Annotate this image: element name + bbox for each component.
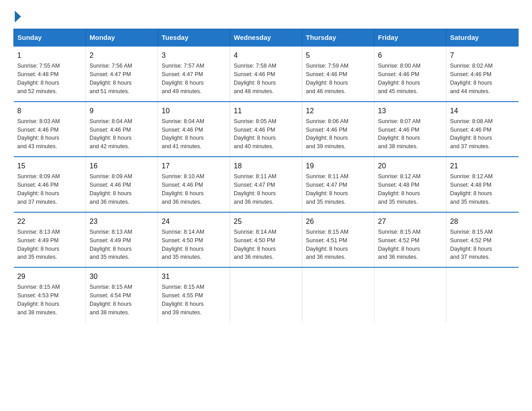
- day-number: 23: [90, 216, 154, 227]
- day-info: Sunrise: 8:04 AMSunset: 4:46 PMDaylight:…: [162, 118, 204, 150]
- day-info: Sunrise: 8:04 AMSunset: 4:46 PMDaylight:…: [90, 118, 132, 150]
- weekday-header-row: SundayMondayTuesdayWednesdayThursdayFrid…: [14, 29, 519, 47]
- calendar-week-row: 8 Sunrise: 8:03 AMSunset: 4:46 PMDayligh…: [14, 102, 519, 157]
- day-number: 25: [234, 216, 298, 227]
- calendar-day-cell: 25 Sunrise: 8:14 AMSunset: 4:50 PMDaylig…: [230, 212, 302, 268]
- day-info: Sunrise: 8:13 AMSunset: 4:49 PMDaylight:…: [90, 229, 132, 261]
- day-number: 18: [234, 161, 298, 171]
- empty-cell: [302, 267, 374, 322]
- day-info: Sunrise: 8:14 AMSunset: 4:50 PMDaylight:…: [234, 229, 276, 261]
- calendar-day-cell: 6 Sunrise: 8:00 AMSunset: 4:46 PMDayligh…: [374, 46, 446, 102]
- calendar-day-cell: 17 Sunrise: 8:10 AMSunset: 4:46 PMDaylig…: [158, 157, 230, 212]
- empty-cell: [230, 267, 302, 322]
- calendar-day-cell: 11 Sunrise: 8:05 AMSunset: 4:46 PMDaylig…: [230, 102, 302, 157]
- calendar-day-cell: 15 Sunrise: 8:09 AMSunset: 4:46 PMDaylig…: [14, 157, 86, 212]
- calendar-day-cell: 5 Sunrise: 7:59 AMSunset: 4:46 PMDayligh…: [302, 46, 374, 102]
- day-info: Sunrise: 8:11 AMSunset: 4:47 PMDaylight:…: [306, 173, 348, 205]
- weekday-header-saturday: Saturday: [446, 29, 519, 47]
- calendar-day-cell: 26 Sunrise: 8:15 AMSunset: 4:51 PMDaylig…: [302, 212, 374, 268]
- calendar-day-cell: 8 Sunrise: 8:03 AMSunset: 4:46 PMDayligh…: [14, 102, 86, 157]
- calendar-day-cell: 20 Sunrise: 8:12 AMSunset: 4:48 PMDaylig…: [374, 157, 446, 212]
- day-info: Sunrise: 8:12 AMSunset: 4:48 PMDaylight:…: [450, 173, 493, 205]
- day-number: 27: [378, 216, 442, 227]
- day-info: Sunrise: 8:03 AMSunset: 4:46 PMDaylight:…: [17, 118, 60, 150]
- day-info: Sunrise: 7:58 AMSunset: 4:46 PMDaylight:…: [234, 63, 276, 94]
- day-number: 21: [450, 161, 515, 171]
- day-info: Sunrise: 8:07 AMSunset: 4:46 PMDaylight:…: [378, 118, 420, 150]
- day-number: 24: [162, 216, 226, 227]
- day-number: 7: [450, 50, 515, 60]
- calendar-day-cell: 14 Sunrise: 8:08 AMSunset: 4:46 PMDaylig…: [446, 102, 519, 157]
- day-number: 11: [234, 106, 298, 116]
- day-number: 30: [90, 271, 154, 282]
- day-number: 22: [17, 216, 82, 227]
- day-info: Sunrise: 8:15 AMSunset: 4:55 PMDaylight:…: [162, 284, 204, 316]
- day-info: Sunrise: 8:09 AMSunset: 4:46 PMDaylight:…: [17, 173, 60, 205]
- day-info: Sunrise: 8:13 AMSunset: 4:49 PMDaylight:…: [17, 229, 60, 261]
- calendar-day-cell: 18 Sunrise: 8:11 AMSunset: 4:47 PMDaylig…: [230, 157, 302, 212]
- calendar-day-cell: 30 Sunrise: 8:15 AMSunset: 4:54 PMDaylig…: [86, 267, 158, 322]
- day-info: Sunrise: 8:08 AMSunset: 4:46 PMDaylight:…: [450, 118, 493, 150]
- day-number: 16: [90, 161, 154, 171]
- day-number: 17: [162, 161, 226, 171]
- empty-cell: [374, 267, 446, 322]
- calendar-day-cell: 13 Sunrise: 8:07 AMSunset: 4:46 PMDaylig…: [374, 102, 446, 157]
- day-info: Sunrise: 8:15 AMSunset: 4:53 PMDaylight:…: [17, 284, 60, 316]
- calendar-day-cell: 19 Sunrise: 8:11 AMSunset: 4:47 PMDaylig…: [302, 157, 374, 212]
- weekday-header-sunday: Sunday: [14, 29, 86, 47]
- day-info: Sunrise: 8:05 AMSunset: 4:46 PMDaylight:…: [234, 118, 276, 150]
- calendar-week-row: 29 Sunrise: 8:15 AMSunset: 4:53 PMDaylig…: [14, 267, 519, 322]
- day-number: 2: [90, 50, 154, 60]
- calendar-day-cell: 28 Sunrise: 8:15 AMSunset: 4:52 PMDaylig…: [446, 212, 519, 268]
- day-number: 20: [378, 161, 442, 171]
- day-number: 29: [17, 271, 82, 282]
- calendar-day-cell: 29 Sunrise: 8:15 AMSunset: 4:53 PMDaylig…: [14, 267, 86, 322]
- calendar-day-cell: 3 Sunrise: 7:57 AMSunset: 4:47 PMDayligh…: [158, 46, 230, 102]
- day-info: Sunrise: 8:11 AMSunset: 4:47 PMDaylight:…: [234, 173, 276, 205]
- calendar-day-cell: 9 Sunrise: 8:04 AMSunset: 4:46 PMDayligh…: [86, 102, 158, 157]
- calendar-week-row: 15 Sunrise: 8:09 AMSunset: 4:46 PMDaylig…: [14, 157, 519, 212]
- calendar-day-cell: 2 Sunrise: 7:56 AMSunset: 4:47 PMDayligh…: [86, 46, 158, 102]
- logo-arrow-icon: [15, 11, 21, 22]
- day-info: Sunrise: 7:56 AMSunset: 4:47 PMDaylight:…: [90, 63, 132, 94]
- day-info: Sunrise: 8:15 AMSunset: 4:54 PMDaylight:…: [90, 284, 132, 316]
- calendar-day-cell: 7 Sunrise: 8:02 AMSunset: 4:46 PMDayligh…: [446, 46, 519, 102]
- day-info: Sunrise: 8:15 AMSunset: 4:52 PMDaylight:…: [450, 229, 493, 261]
- weekday-header-tuesday: Tuesday: [158, 29, 230, 47]
- day-info: Sunrise: 7:59 AMSunset: 4:46 PMDaylight:…: [306, 63, 348, 94]
- page-header: [13, 9, 519, 21]
- day-number: 28: [450, 216, 515, 227]
- calendar-day-cell: 16 Sunrise: 8:09 AMSunset: 4:46 PMDaylig…: [86, 157, 158, 212]
- day-info: Sunrise: 8:00 AMSunset: 4:46 PMDaylight:…: [378, 63, 420, 94]
- calendar-day-cell: 4 Sunrise: 7:58 AMSunset: 4:46 PMDayligh…: [230, 46, 302, 102]
- day-info: Sunrise: 8:06 AMSunset: 4:46 PMDaylight:…: [306, 118, 348, 150]
- day-number: 5: [306, 50, 370, 60]
- day-info: Sunrise: 8:12 AMSunset: 4:48 PMDaylight:…: [378, 173, 420, 205]
- calendar-day-cell: 31 Sunrise: 8:15 AMSunset: 4:55 PMDaylig…: [158, 267, 230, 322]
- calendar-week-row: 1 Sunrise: 7:55 AMSunset: 4:48 PMDayligh…: [14, 46, 519, 102]
- day-number: 19: [306, 161, 370, 171]
- day-number: 4: [234, 50, 298, 60]
- day-number: 8: [17, 106, 82, 116]
- day-number: 14: [450, 106, 515, 116]
- day-info: Sunrise: 7:55 AMSunset: 4:48 PMDaylight:…: [17, 63, 60, 94]
- day-info: Sunrise: 8:14 AMSunset: 4:50 PMDaylight:…: [162, 229, 204, 261]
- day-number: 6: [378, 50, 442, 60]
- logo-top: [13, 9, 21, 22]
- calendar-week-row: 22 Sunrise: 8:13 AMSunset: 4:49 PMDaylig…: [14, 212, 519, 268]
- day-info: Sunrise: 8:10 AMSunset: 4:46 PMDaylight:…: [162, 173, 204, 205]
- calendar-day-cell: 24 Sunrise: 8:14 AMSunset: 4:50 PMDaylig…: [158, 212, 230, 268]
- day-info: Sunrise: 8:02 AMSunset: 4:46 PMDaylight:…: [450, 63, 493, 94]
- weekday-header-wednesday: Wednesday: [230, 29, 302, 47]
- day-number: 13: [378, 106, 442, 116]
- day-number: 9: [90, 106, 154, 116]
- day-info: Sunrise: 7:57 AMSunset: 4:47 PMDaylight:…: [162, 63, 204, 94]
- day-info: Sunrise: 8:15 AMSunset: 4:52 PMDaylight:…: [378, 229, 420, 261]
- empty-cell: [446, 267, 519, 322]
- day-number: 10: [162, 106, 226, 116]
- day-number: 3: [162, 50, 226, 60]
- day-info: Sunrise: 8:15 AMSunset: 4:51 PMDaylight:…: [306, 229, 348, 261]
- day-number: 31: [162, 271, 226, 282]
- day-number: 15: [17, 161, 82, 171]
- day-number: 12: [306, 106, 370, 116]
